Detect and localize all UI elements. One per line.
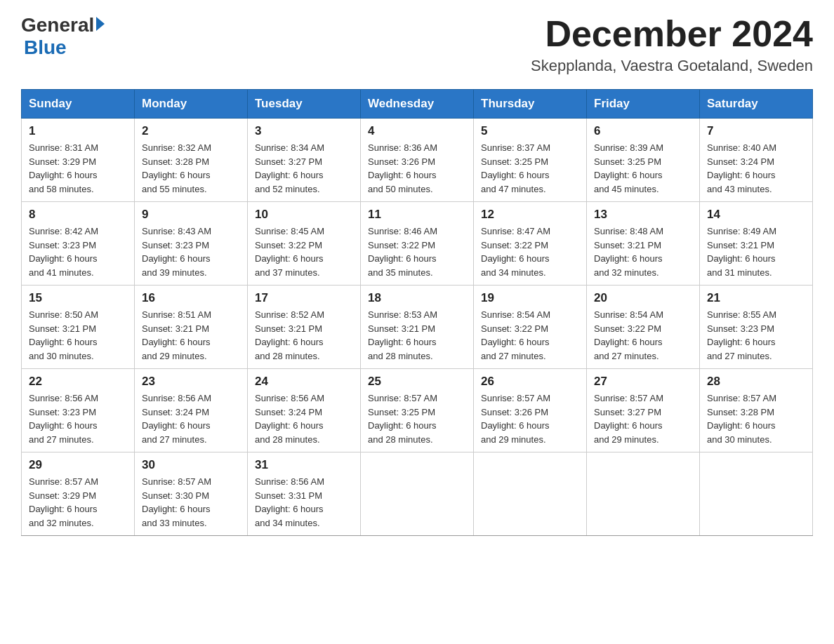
calendar-cell <box>474 452 587 536</box>
calendar-week-row: 8Sunrise: 8:42 AMSunset: 3:23 PMDaylight… <box>22 202 813 286</box>
day-number: 27 <box>594 375 692 389</box>
day-info: Sunrise: 8:49 AMSunset: 3:21 PMDaylight:… <box>707 224 805 279</box>
calendar-cell: 22Sunrise: 8:56 AMSunset: 3:23 PMDayligh… <box>22 369 135 452</box>
day-info: Sunrise: 8:56 AMSunset: 3:24 PMDaylight:… <box>255 391 353 446</box>
calendar-cell: 9Sunrise: 8:43 AMSunset: 3:23 PMDaylight… <box>135 202 248 286</box>
page-header: General Blue December 2024 Skepplanda, V… <box>21 14 813 75</box>
calendar-cell: 31Sunrise: 8:56 AMSunset: 3:31 PMDayligh… <box>248 452 361 536</box>
calendar-cell: 23Sunrise: 8:56 AMSunset: 3:24 PMDayligh… <box>135 369 248 452</box>
calendar-cell: 19Sunrise: 8:54 AMSunset: 3:22 PMDayligh… <box>474 286 587 369</box>
calendar-cell: 6Sunrise: 8:39 AMSunset: 3:25 PMDaylight… <box>587 119 700 202</box>
header-thursday: Thursday <box>474 90 587 119</box>
day-info: Sunrise: 8:57 AMSunset: 3:29 PMDaylight:… <box>29 475 127 530</box>
logo-blue: Blue <box>24 36 67 58</box>
calendar-cell <box>700 452 813 536</box>
day-number: 14 <box>707 208 805 222</box>
day-number: 7 <box>707 124 805 138</box>
calendar-cell: 25Sunrise: 8:57 AMSunset: 3:25 PMDayligh… <box>361 369 474 452</box>
day-info: Sunrise: 8:54 AMSunset: 3:22 PMDaylight:… <box>481 308 579 363</box>
logo-triangle-icon <box>96 17 105 31</box>
calendar-cell: 18Sunrise: 8:53 AMSunset: 3:21 PMDayligh… <box>361 286 474 369</box>
day-number: 11 <box>368 208 466 222</box>
day-number: 15 <box>29 291 127 305</box>
calendar-cell: 10Sunrise: 8:45 AMSunset: 3:22 PMDayligh… <box>248 202 361 286</box>
day-info: Sunrise: 8:37 AMSunset: 3:25 PMDaylight:… <box>481 141 579 196</box>
calendar-cell: 20Sunrise: 8:54 AMSunset: 3:22 PMDayligh… <box>587 286 700 369</box>
day-number: 19 <box>481 291 579 305</box>
header-tuesday: Tuesday <box>248 90 361 119</box>
day-info: Sunrise: 8:31 AMSunset: 3:29 PMDaylight:… <box>29 141 127 196</box>
calendar-week-row: 15Sunrise: 8:50 AMSunset: 3:21 PMDayligh… <box>22 286 813 369</box>
day-number: 5 <box>481 124 579 138</box>
day-number: 6 <box>594 124 692 138</box>
day-info: Sunrise: 8:48 AMSunset: 3:21 PMDaylight:… <box>594 224 692 279</box>
day-info: Sunrise: 8:34 AMSunset: 3:27 PMDaylight:… <box>255 141 353 196</box>
day-number: 2 <box>142 124 240 138</box>
day-number: 9 <box>142 208 240 222</box>
day-number: 28 <box>707 375 805 389</box>
day-info: Sunrise: 8:55 AMSunset: 3:23 PMDaylight:… <box>707 308 805 363</box>
calendar-week-row: 22Sunrise: 8:56 AMSunset: 3:23 PMDayligh… <box>22 369 813 452</box>
day-info: Sunrise: 8:56 AMSunset: 3:31 PMDaylight:… <box>255 475 353 530</box>
calendar-cell: 26Sunrise: 8:57 AMSunset: 3:26 PMDayligh… <box>474 369 587 452</box>
day-info: Sunrise: 8:40 AMSunset: 3:24 PMDaylight:… <box>707 141 805 196</box>
calendar-cell <box>587 452 700 536</box>
calendar-table: SundayMondayTuesdayWednesdayThursdayFrid… <box>21 89 813 536</box>
day-number: 22 <box>29 375 127 389</box>
calendar-cell: 16Sunrise: 8:51 AMSunset: 3:21 PMDayligh… <box>135 286 248 369</box>
day-number: 12 <box>481 208 579 222</box>
location-title: Skepplanda, Vaestra Goetaland, Sweden <box>531 57 813 75</box>
calendar-cell: 15Sunrise: 8:50 AMSunset: 3:21 PMDayligh… <box>22 286 135 369</box>
day-info: Sunrise: 8:32 AMSunset: 3:28 PMDaylight:… <box>142 141 240 196</box>
day-number: 18 <box>368 291 466 305</box>
calendar-cell: 21Sunrise: 8:55 AMSunset: 3:23 PMDayligh… <box>700 286 813 369</box>
calendar-cell: 8Sunrise: 8:42 AMSunset: 3:23 PMDaylight… <box>22 202 135 286</box>
calendar-cell: 7Sunrise: 8:40 AMSunset: 3:24 PMDaylight… <box>700 119 813 202</box>
day-info: Sunrise: 8:56 AMSunset: 3:23 PMDaylight:… <box>29 391 127 446</box>
calendar-header-row: SundayMondayTuesdayWednesdayThursdayFrid… <box>22 90 813 119</box>
calendar-cell: 2Sunrise: 8:32 AMSunset: 3:28 PMDaylight… <box>135 119 248 202</box>
month-title: December 2024 <box>531 14 813 54</box>
header-wednesday: Wednesday <box>361 90 474 119</box>
day-info: Sunrise: 8:57 AMSunset: 3:30 PMDaylight:… <box>142 475 240 530</box>
calendar-week-row: 29Sunrise: 8:57 AMSunset: 3:29 PMDayligh… <box>22 452 813 536</box>
day-number: 8 <box>29 208 127 222</box>
header-friday: Friday <box>587 90 700 119</box>
header-sunday: Sunday <box>22 90 135 119</box>
day-info: Sunrise: 8:42 AMSunset: 3:23 PMDaylight:… <box>29 224 127 279</box>
calendar-cell: 13Sunrise: 8:48 AMSunset: 3:21 PMDayligh… <box>587 202 700 286</box>
day-info: Sunrise: 8:56 AMSunset: 3:24 PMDaylight:… <box>142 391 240 446</box>
day-info: Sunrise: 8:45 AMSunset: 3:22 PMDaylight:… <box>255 224 353 279</box>
day-info: Sunrise: 8:47 AMSunset: 3:22 PMDaylight:… <box>481 224 579 279</box>
calendar-cell: 5Sunrise: 8:37 AMSunset: 3:25 PMDaylight… <box>474 119 587 202</box>
day-number: 25 <box>368 375 466 389</box>
day-number: 4 <box>368 124 466 138</box>
logo-general: General <box>21 14 94 36</box>
calendar-cell: 12Sunrise: 8:47 AMSunset: 3:22 PMDayligh… <box>474 202 587 286</box>
day-info: Sunrise: 8:50 AMSunset: 3:21 PMDaylight:… <box>29 308 127 363</box>
header-monday: Monday <box>135 90 248 119</box>
title-area: December 2024 Skepplanda, Vaestra Goetal… <box>531 14 813 75</box>
calendar-cell: 17Sunrise: 8:52 AMSunset: 3:21 PMDayligh… <box>248 286 361 369</box>
day-number: 23 <box>142 375 240 389</box>
calendar-cell: 28Sunrise: 8:57 AMSunset: 3:28 PMDayligh… <box>700 369 813 452</box>
day-info: Sunrise: 8:52 AMSunset: 3:21 PMDaylight:… <box>255 308 353 363</box>
calendar-cell: 24Sunrise: 8:56 AMSunset: 3:24 PMDayligh… <box>248 369 361 452</box>
day-number: 1 <box>29 124 127 138</box>
day-number: 21 <box>707 291 805 305</box>
day-info: Sunrise: 8:36 AMSunset: 3:26 PMDaylight:… <box>368 141 466 196</box>
calendar-cell: 4Sunrise: 8:36 AMSunset: 3:26 PMDaylight… <box>361 119 474 202</box>
day-number: 20 <box>594 291 692 305</box>
day-info: Sunrise: 8:51 AMSunset: 3:21 PMDaylight:… <box>142 308 240 363</box>
day-number: 10 <box>255 208 353 222</box>
day-info: Sunrise: 8:39 AMSunset: 3:25 PMDaylight:… <box>594 141 692 196</box>
day-number: 24 <box>255 375 353 389</box>
calendar-cell: 30Sunrise: 8:57 AMSunset: 3:30 PMDayligh… <box>135 452 248 536</box>
day-info: Sunrise: 8:57 AMSunset: 3:25 PMDaylight:… <box>368 391 466 446</box>
day-info: Sunrise: 8:46 AMSunset: 3:22 PMDaylight:… <box>368 224 466 279</box>
calendar-cell: 27Sunrise: 8:57 AMSunset: 3:27 PMDayligh… <box>587 369 700 452</box>
logo-text: General <box>21 14 105 36</box>
day-info: Sunrise: 8:57 AMSunset: 3:27 PMDaylight:… <box>594 391 692 446</box>
calendar-cell: 3Sunrise: 8:34 AMSunset: 3:27 PMDaylight… <box>248 119 361 202</box>
day-info: Sunrise: 8:54 AMSunset: 3:22 PMDaylight:… <box>594 308 692 363</box>
